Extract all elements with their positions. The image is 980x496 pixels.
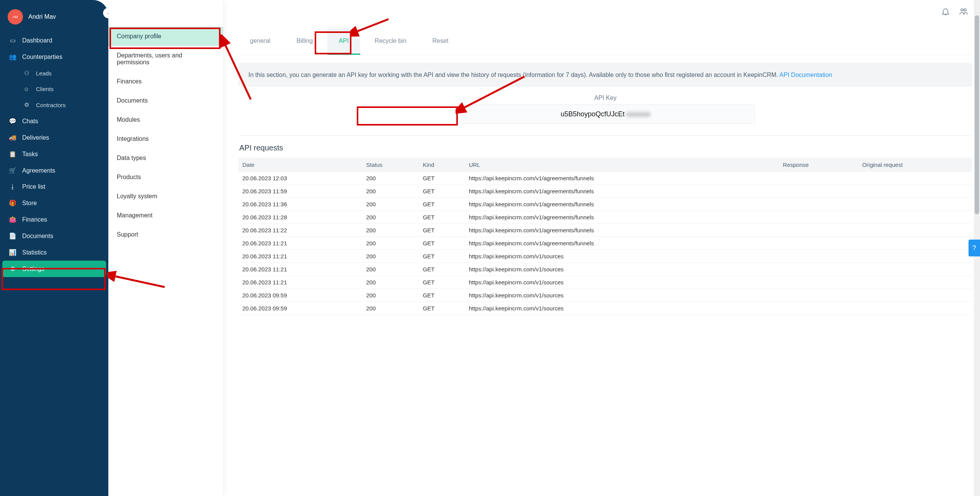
users-icon[interactable] [959, 7, 969, 18]
table-col-status: Status [363, 158, 419, 172]
cell-original [858, 263, 972, 276]
settings-item-company-profile[interactable]: Company profile [108, 27, 223, 46]
cell-kind: GET [419, 211, 465, 224]
sidebar-item-leads[interactable]: ⚇Leads [2, 65, 106, 81]
api-key-value: u5B5hoypoQcfUJcEtxxxxxxx [560, 110, 650, 118]
sidebar-item-contractors[interactable]: ⚙Contractors [2, 97, 106, 113]
table-row[interactable]: 20.06.2023 09:59200GEThttps://api.keepin… [238, 302, 972, 315]
avatar: AM [8, 9, 23, 24]
user-name: Andri Mav [28, 13, 56, 20]
sidebar-item-dashboard[interactable]: ▭Dashboard [2, 32, 106, 49]
cell-kind: GET [419, 172, 465, 185]
cell-url: https://api.keepincrm.com/v1/sources [465, 289, 779, 302]
cell-original [858, 198, 972, 211]
sidebar-item-counterparties[interactable]: 👥Counterparties [2, 49, 106, 65]
cell-status: 200 [363, 198, 419, 211]
cell-url: https://api.keepincrm.com/v1/agreements/… [465, 211, 779, 224]
counterparties-icon: 👥 [8, 53, 17, 60]
table-row[interactable]: 20.06.2023 11:21200GEThttps://api.keepin… [238, 263, 972, 276]
settings-icon: ⚙ [8, 265, 17, 272]
sidebar-item-label: Statistics [22, 249, 47, 256]
settings-item-products[interactable]: Products [108, 168, 223, 187]
tab-api[interactable]: API [327, 28, 360, 55]
cell-response [779, 211, 858, 224]
cell-kind: GET [419, 289, 465, 302]
settings-item-documents[interactable]: Documents [108, 91, 223, 110]
table-row[interactable]: 20.06.2023 11:21200GEThttps://api.keepin… [238, 237, 972, 250]
sidebar-item-statistics[interactable]: 📊Statistics [2, 244, 106, 261]
table-row[interactable]: 20.06.2023 11:28200GEThttps://api.keepin… [238, 211, 972, 224]
table-col-url: URL [465, 158, 779, 172]
sidebar-item-label: Leads [36, 70, 52, 77]
settings-item-support[interactable]: Support [108, 225, 223, 244]
cell-response [779, 302, 858, 315]
table-row[interactable]: 20.06.2023 11:36200GEThttps://api.keepin… [238, 198, 972, 211]
cell-kind: GET [419, 185, 465, 198]
statistics-icon: 📊 [8, 249, 17, 256]
cell-response [779, 185, 858, 198]
sidebar-item-price-list[interactable]: ⭳Price list [2, 179, 106, 195]
api-key-field-wrap[interactable]: u5B5hoypoQcfUJcEtxxxxxxx [456, 104, 755, 124]
settings-item-modules[interactable]: Modules [108, 110, 223, 129]
cell-kind: GET [419, 198, 465, 211]
table-row[interactable]: 20.06.2023 11:59200GEThttps://api.keepin… [238, 185, 972, 198]
sidebar-item-finances[interactable]: 👛Finances [2, 211, 106, 228]
cell-url: https://api.keepincrm.com/v1/sources [465, 263, 779, 276]
sidebar-item-settings[interactable]: ⚙Settings [2, 261, 106, 277]
cell-status: 200 [363, 211, 419, 224]
tab-recycle-bin[interactable]: Recycle bin [363, 28, 418, 55]
tab-reset[interactable]: Reset [421, 28, 460, 55]
sidebar-item-tasks[interactable]: 📋Tasks [2, 146, 106, 162]
cell-date: 20.06.2023 09:59 [238, 302, 363, 315]
settings-item-management[interactable]: Management [108, 206, 223, 225]
help-button[interactable]: ? [969, 240, 980, 256]
sidebar-item-clients[interactable]: ☺Clients [2, 81, 106, 97]
table-col-date: Date [238, 158, 363, 172]
cell-date: 20.06.2023 09:59 [238, 289, 363, 302]
cell-status: 200 [363, 289, 419, 302]
settings-item-departments-users-and-permissions[interactable]: Departments, users and permissions [108, 46, 223, 72]
table-col-kind: Kind [419, 158, 465, 172]
cell-date: 20.06.2023 11:59 [238, 185, 363, 198]
cell-date: 20.06.2023 11:28 [238, 211, 363, 224]
main: Settings generalBillingAPIRecycle binRes… [223, 0, 980, 496]
cell-response [779, 250, 858, 263]
cell-response [779, 198, 858, 211]
info-text: In this section, you can generate an API… [248, 72, 779, 78]
cell-url: https://api.keepincrm.com/v1/agreements/… [465, 224, 779, 237]
sidebar-item-chats[interactable]: 💬Chats [2, 113, 106, 129]
sidebar-item-label: Clients [36, 86, 54, 92]
tab-billing[interactable]: Billing [285, 28, 324, 55]
api-key-block: API Key u5B5hoypoQcfUJcEtxxxxxxx [238, 95, 972, 124]
scrollbar-thumb[interactable] [975, 15, 979, 214]
table-row[interactable]: 20.06.2023 09:59200GEThttps://api.keepin… [238, 289, 972, 302]
sidebar-item-store[interactable]: 🎁Store [2, 195, 106, 211]
api-documentation-link[interactable]: API Documentation [779, 72, 832, 78]
cell-original [858, 276, 972, 289]
chats-icon: 💬 [8, 117, 17, 125]
cell-date: 20.06.2023 12:03 [238, 172, 363, 185]
table-row[interactable]: 20.06.2023 11:21200GEThttps://api.keepin… [238, 250, 972, 263]
sidebar-item-label: Finances [22, 216, 47, 223]
cell-date: 20.06.2023 11:22 [238, 224, 363, 237]
cell-status: 200 [363, 263, 419, 276]
table-row[interactable]: 20.06.2023 11:21200GEThttps://api.keepin… [238, 276, 972, 289]
topbar: Settings [223, 0, 980, 24]
cell-response [779, 172, 858, 185]
cell-date: 20.06.2023 11:21 [238, 263, 363, 276]
settings-item-integrations[interactable]: Integrations [108, 129, 223, 148]
table-row[interactable]: 20.06.2023 12:03200GEThttps://api.keepin… [238, 172, 972, 185]
sidebar-item-agreements[interactable]: 🛒Agreements [2, 162, 106, 179]
tab-general[interactable]: general [238, 28, 282, 55]
dashboard-icon: ▭ [8, 37, 17, 44]
sidebar-item-deliveries[interactable]: 🚚Deliveries [2, 129, 106, 146]
settings-item-finances[interactable]: Finances [108, 72, 223, 91]
cell-status: 200 [363, 237, 419, 250]
settings-item-loyalty-system[interactable]: Loyalty system [108, 187, 223, 206]
sidebar-item-documents[interactable]: 📄Documents [2, 228, 106, 244]
settings-item-data-types[interactable]: Data types [108, 148, 223, 168]
table-row[interactable]: 20.06.2023 11:22200GEThttps://api.keepin… [238, 224, 972, 237]
cell-date: 20.06.2023 11:21 [238, 237, 363, 250]
sidebar-user[interactable]: AM Andri Mav [0, 5, 108, 32]
bell-icon[interactable] [941, 7, 950, 18]
